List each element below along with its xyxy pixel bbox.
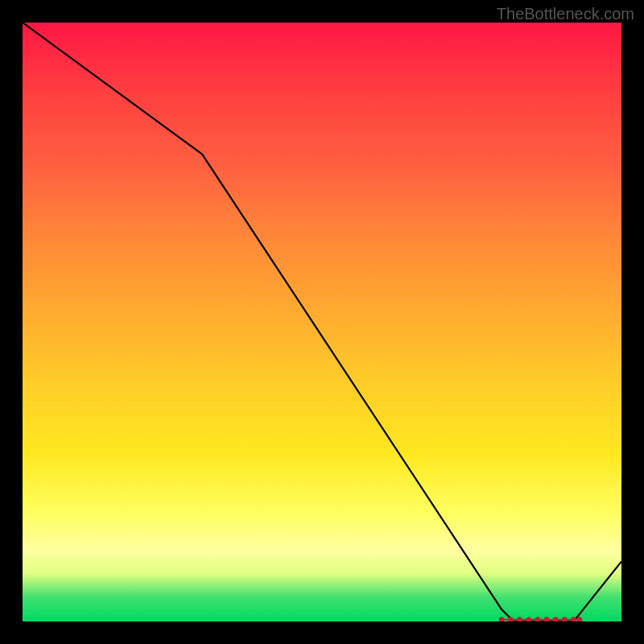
optimal-marker (544, 617, 550, 621)
optimal-marker (562, 617, 568, 621)
optimal-marker (517, 617, 522, 621)
chart-svg (23, 23, 621, 621)
optimal-marker (535, 617, 540, 621)
optimal-marker (499, 617, 505, 621)
bottleneck-curve-line (23, 23, 621, 621)
optimal-marker (553, 617, 559, 621)
watermark-text: TheBottleneck.com (497, 5, 634, 23)
optimal-marker (571, 617, 576, 621)
optimal-marker (526, 617, 531, 621)
chart-plot-area (23, 23, 621, 621)
